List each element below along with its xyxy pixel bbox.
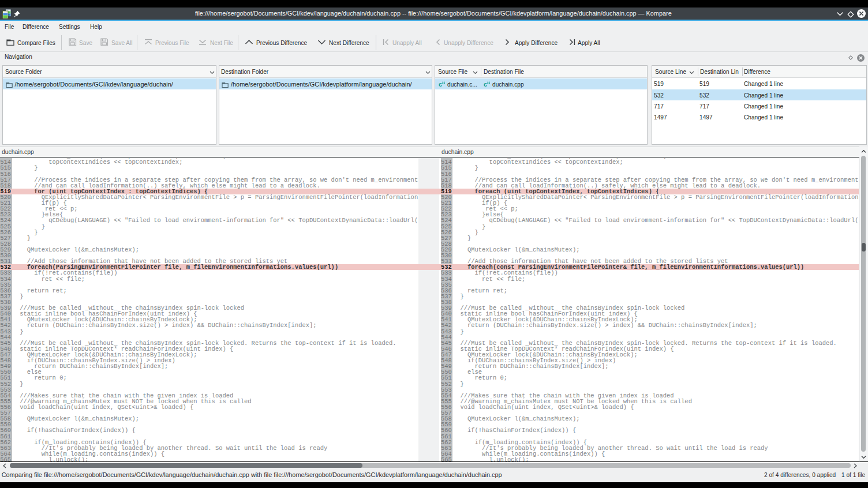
svg-text:c: c xyxy=(484,81,487,88)
svg-text:c: c xyxy=(439,81,442,88)
